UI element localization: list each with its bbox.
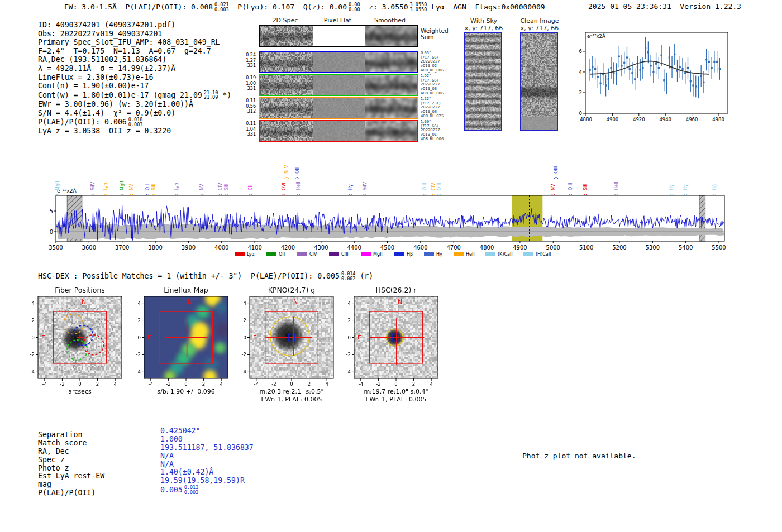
line-marker-label: OIII [422,183,427,190]
stacked-uncertainty: 0.0140.002 [341,271,356,281]
spec2d-cell-smooth [365,52,417,72]
spec2d-strip [365,75,417,95]
text-segment: EWr = 3.00(±0.96) (w: 3.20(±1.00))Å [38,100,193,108]
text-segment: P(Lyα): 0.107 Q(z): 0.00 [229,3,347,11]
svg-text:-2: -2 [346,352,351,357]
text-segment: Cont(n) = 1.90(±0.00)e-17 [38,82,149,90]
svg-text:4920: 4920 [633,117,645,122]
with-sky-coords: x, y: 717, 66 [465,25,503,32]
svg-text:2: 2 [96,381,99,387]
legend-label: CIII [341,252,349,257]
match-row-value: 1.40(±0.42)Å [160,468,254,477]
legend-label: CIV [309,252,317,257]
clean-image [520,32,558,131]
svg-text:2: 2 [244,318,246,323]
spec2d-strip [260,26,313,46]
svg-text:-2: -2 [30,352,35,357]
svg-text:-2: -2 [166,381,170,387]
compass-north: N [82,298,86,305]
cutout-kpno: KPNO(24.7) g-4-4-2-2002244NEm:20.3 re:2.… [233,285,352,407]
svg-text:-2: -2 [60,381,64,387]
text-segment: λ = 4928.11Å σ = 14.99(±2.37)Å [38,64,175,73]
svg-text:-4: -4 [254,381,259,387]
text-segment: S/N = 4.4(±1.4) χ² = 0.9(±0.0) [38,109,175,117]
svg-text:-4: -4 [242,369,246,375]
line-marker-label: OIII [437,183,442,190]
info-line: Cont(w) = 1.80(±0.01)e-17 (gmag 21.0921.… [38,90,231,100]
spec2d-cell-smooth [365,121,417,141]
text-segment: LineFlux = 2.30(±0.73)e-16 [38,73,153,82]
svg-text:2: 2 [138,318,141,323]
text-segment: 193.511187, 51.836837 [160,443,254,452]
svg-text:-4: -4 [346,369,351,375]
info-line: Cont(n) = 1.90(±0.00)e-17 [38,82,231,90]
line-marker-label: SiII [151,184,156,190]
text-segment: 1.40(±0.42)Å [160,468,213,476]
match-row-label: P(LAE)/P(OII) [38,489,104,497]
svg-text:4: 4 [32,300,35,306]
compass-east: E [147,334,151,341]
timestamp-version: 2025-01-05 23:36:31 Version 1.22.3 [588,2,741,11]
aperture-circle [270,317,309,356]
svg-text:4500: 4500 [380,245,394,251]
text-segment: F=2.4" T=0.175 N=1.13 A=0.67 g=24.7 [38,47,211,55]
spec2d-strip [365,52,417,72]
svg-text:4900: 4900 [607,117,619,122]
svg-text:0: 0 [78,381,81,387]
text-segment: P(LAE)/P(OII): 0.006 [38,118,127,126]
line-marker-label: OVI [282,183,287,190]
line-marker-label: MgII [55,181,60,190]
match-row-label: Separation [38,431,104,439]
line-marker-label: Hγ [348,184,353,190]
svg-text:2: 2 [202,381,205,387]
clean-image-title: Clean Image [520,17,559,25]
info-line: Primary Spec_Slot_IFU_AMP: 408_031_049_R… [38,38,231,47]
svg-text:4: 4 [579,69,582,75]
spec2d-cell-noise [260,75,313,95]
compass-north: N [293,298,298,305]
svg-text:4000: 4000 [214,245,228,251]
spec2d-cell-flat [313,75,365,95]
fiber-circle [67,340,87,360]
summary-header: EW: 3.0±1.5Å P(LAE)/P(OII): 0.0080.0210.… [64,2,545,12]
legend-label: OII [279,252,285,257]
svg-text:4: 4 [348,300,351,306]
text-segment: 1.000 [160,435,183,443]
svg-text:-4: -4 [42,381,47,387]
svg-text:4600: 4600 [413,245,427,251]
spec2d-strip [313,121,365,141]
spec2d-exposure-row [259,74,418,96]
clean-image-coords: x, y: 717, 66 [521,25,559,32]
spec2d-strip [365,98,417,118]
match-table-values: 0.425042"1.000193.511187, 51.836837N/AN/… [160,427,254,493]
svg-text:5000: 5000 [546,245,560,251]
svg-text:4300: 4300 [314,245,328,251]
line-marker-label: CII [248,185,253,190]
cutout-caption: EWr: 1, PLAE: 0.005 [365,396,426,403]
svg-text:5500: 5500 [712,245,726,251]
spec2d-strip [260,121,313,141]
stacked-uncertainty: 0.000.00 [349,2,360,12]
spec2d-exposure-row [259,120,418,142]
legend-label: Hβ [407,252,413,257]
legend-label: (K)CaII [498,252,513,257]
legend-label: MgII [373,252,383,257]
legend-label: Hγ [436,252,442,257]
svg-text:0: 0 [579,111,582,116]
svg-text:5200: 5200 [612,245,626,251]
line-marker-label: SiIV [284,165,289,174]
svg-text:2: 2 [412,381,415,387]
svg-text:4940: 4940 [659,117,671,122]
stacked-uncertainty: 3.05503.0550 [410,2,427,12]
svg-text:4900: 4900 [513,245,527,251]
spec2d-col-title: 2D Spec [273,17,298,24]
cutout-title: Fiber Positions [55,286,105,294]
svg-text:0: 0 [394,381,397,387]
line-marker-label: Hγ [683,184,688,190]
svg-text:5100: 5100 [579,245,593,251]
cutout-xlabel: s/b: 1.90 +/- 0.096 [157,388,215,395]
text-segment: N/A [160,460,174,468]
svg-text:2: 2 [32,318,35,323]
spec2d-col-title: Smoothed [374,17,406,24]
spec2d-row-weights: 0.191.00331 [239,75,256,92]
